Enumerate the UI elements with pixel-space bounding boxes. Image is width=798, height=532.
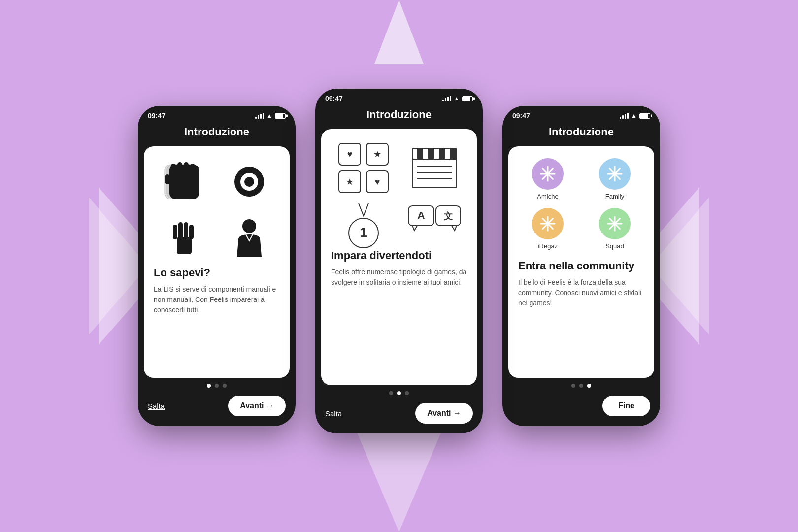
torso-illustration — [219, 209, 280, 257]
nav-buttons-3: Fine — [512, 396, 650, 416]
dot-3-3 — [587, 384, 591, 388]
community-icons-grid: Amiche Family — [518, 158, 644, 250]
svg-rect-34 — [428, 148, 434, 159]
community-item-iregaz: iRegaz — [518, 208, 577, 250]
svg-rect-33 — [417, 148, 423, 159]
phones-container: 09:47 ▲ Introduzione — [138, 94, 660, 438]
svg-text:♥: ♥ — [375, 177, 380, 187]
status-bar-1: 09:47 ▲ — [138, 106, 296, 122]
status-icons-3: ▲ — [620, 112, 650, 119]
svg-rect-14 — [165, 174, 170, 184]
next-button-2[interactable]: Avanti → — [415, 403, 473, 424]
svg-point-23 — [242, 219, 256, 233]
battery-icon-1 — [275, 113, 286, 119]
fine-button[interactable]: Fine — [602, 396, 650, 416]
nav-buttons-1: Salta Avanti → — [148, 396, 286, 416]
next-button-1[interactable]: Avanti → — [228, 396, 286, 416]
content-card-1: Lo sapevi? La LIS si serve di componenti… — [144, 146, 290, 378]
content-card-3: Amiche Family — [508, 146, 654, 378]
svg-rect-37 — [412, 159, 457, 188]
battery-icon-2 — [462, 96, 473, 101]
card-title-2: Impara divertendoti — [331, 249, 467, 262]
dot-2-2 — [397, 391, 401, 395]
status-bar-2: 09:47 ▲ — [315, 89, 483, 104]
community-item-family: Family — [585, 158, 644, 200]
dots-2 — [325, 391, 473, 395]
svg-rect-12 — [184, 162, 189, 176]
svg-rect-21 — [184, 222, 188, 239]
wifi-icon-3: ▲ — [631, 112, 637, 119]
svg-rect-10 — [171, 164, 176, 176]
wifi-icon-2: ▲ — [454, 95, 460, 102]
signal-icon-2 — [442, 96, 451, 101]
content-card-2: ♥ ★ ★ ♥ — [321, 129, 477, 385]
dots-3 — [512, 384, 650, 388]
hand-illustration — [154, 209, 215, 257]
time-2: 09:47 — [325, 95, 343, 102]
svg-marker-47 — [452, 226, 457, 231]
dot-1-3 — [223, 384, 227, 388]
phone-header-3: Introduzione — [502, 122, 660, 146]
amiche-circle — [532, 158, 564, 190]
medal-illustration: 1 — [331, 201, 396, 250]
phone-1: 09:47 ▲ Introduzione — [138, 106, 296, 426]
svg-text:♥: ♥ — [347, 149, 353, 159]
community-item-amiche: Amiche — [518, 158, 577, 200]
iregaz-circle — [532, 208, 564, 239]
svg-rect-36 — [450, 148, 457, 159]
phone-2: 09:47 ▲ Introduzione — [315, 89, 483, 433]
dot-1-2 — [215, 384, 219, 388]
wifi-icon-1: ▲ — [266, 112, 272, 119]
svg-marker-44 — [412, 226, 417, 231]
phone-header-2: Introduzione — [315, 104, 483, 129]
svg-rect-35 — [439, 148, 445, 159]
card-body-3: Il bello di Feelis è la forza della sua … — [518, 277, 644, 308]
skip-button-2[interactable]: Salta — [325, 409, 342, 418]
amiche-label: Amiche — [537, 193, 558, 200]
dot-1-1 — [207, 384, 211, 388]
card-title-3: Entra nella community — [518, 260, 644, 272]
clapperboard-illustration — [402, 141, 467, 195]
nav-buttons-2: Salta Avanti → — [325, 403, 473, 424]
phone-bottom-3: Fine — [502, 378, 660, 426]
svg-rect-18 — [177, 237, 192, 254]
phone1-illustration — [154, 158, 280, 257]
svg-text:文: 文 — [444, 211, 453, 221]
svg-text:A: A — [417, 209, 425, 222]
glove-illustration — [154, 158, 215, 205]
svg-rect-20 — [178, 222, 183, 239]
card-body-1: La LIS si serve di componenti manuali e … — [154, 284, 280, 315]
svg-rect-13 — [190, 164, 195, 176]
squad-label: Squad — [605, 242, 624, 250]
dot-3-2 — [579, 384, 583, 388]
community-item-squad: Squad — [585, 208, 644, 250]
status-icons-2: ▲ — [442, 95, 473, 102]
dot-2-1 — [389, 391, 393, 395]
squad-circle — [599, 208, 631, 239]
family-circle — [599, 158, 631, 190]
phone-bottom-1: Salta Avanti → — [138, 378, 296, 426]
svg-rect-11 — [177, 162, 182, 176]
phone2-illustration: ♥ ★ ★ ♥ — [331, 141, 467, 239]
svg-text:★: ★ — [373, 149, 381, 159]
signal-icon-1 — [255, 113, 264, 119]
phone-bottom-2: Salta Avanti → — [315, 385, 483, 433]
translation-illustration: A 文 — [402, 201, 467, 250]
time-1: 09:47 — [148, 112, 166, 120]
svg-marker-0 — [374, 0, 424, 64]
dot-3-1 — [571, 384, 575, 388]
time-3: 09:47 — [512, 112, 530, 120]
phone-header-1: Introduzione — [138, 122, 296, 146]
iregaz-label: iRegaz — [538, 242, 558, 250]
card-body-2: Feelis offre numerose tipologie di games… — [331, 267, 467, 288]
signal-icon-3 — [620, 113, 629, 119]
skip-button-1[interactable]: Salta — [148, 402, 165, 410]
status-icons-1: ▲ — [255, 112, 286, 119]
card-title-1: Lo sapevi? — [154, 266, 280, 279]
svg-point-17 — [244, 177, 254, 187]
cards-illustration: ♥ ★ ★ ♥ — [331, 141, 396, 195]
svg-rect-19 — [173, 225, 177, 239]
svg-text:★: ★ — [346, 177, 354, 187]
dots-1 — [148, 384, 286, 388]
dot-2-3 — [405, 391, 409, 395]
